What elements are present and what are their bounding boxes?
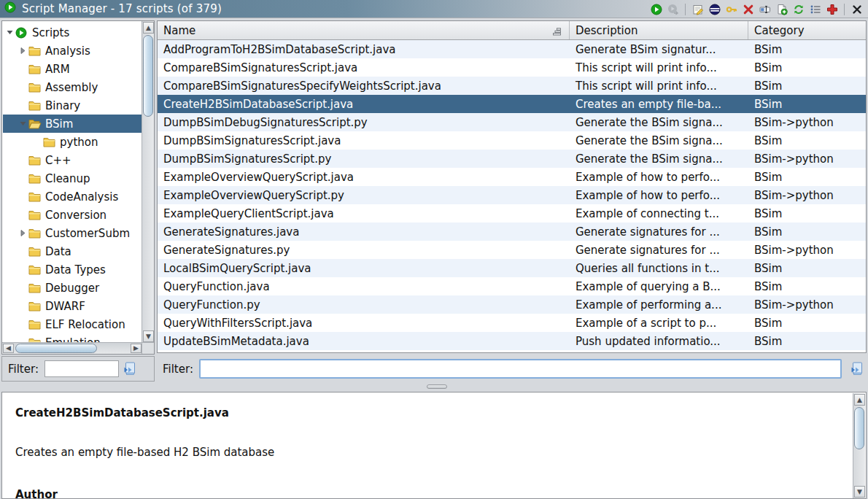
tree-node-customersubm[interactable]: CustomerSubm: [3, 224, 142, 242]
tree-node-binary[interactable]: Binary: [3, 96, 142, 115]
column-header-category[interactable]: Category: [748, 21, 866, 39]
scroll-right-arrow-icon[interactable]: ▶: [131, 344, 142, 353]
scroll-up-arrow-icon[interactable]: ▲: [854, 394, 865, 406]
scroll-left-arrow-icon[interactable]: ◀: [3, 344, 14, 353]
add-script-dir-icon[interactable]: [824, 1, 840, 17]
scroll-up-arrow-icon[interactable]: ▲: [143, 22, 154, 34]
expand-arrow-icon[interactable]: [18, 229, 28, 237]
table-row[interactable]: QueryFunction.javaExample of querying a …: [158, 277, 866, 295]
cell-name: ExampleQueryClientScript.java: [158, 207, 570, 220]
tree-node-c-[interactable]: C++: [3, 151, 142, 169]
scroll-down-arrow-icon[interactable]: ▼: [143, 330, 154, 342]
tree-node-emulation[interactable]: Emulation: [3, 333, 142, 342]
tree-node-python[interactable]: python: [3, 133, 142, 151]
script-manager-window: Script Manager - 17 scripts (of 379) Scr…: [0, 0, 868, 499]
cell-name: QueryFunction.java: [158, 280, 570, 293]
cell-name: QueryWithFiltersScript.java: [158, 317, 570, 330]
table-row[interactable]: ExampleOverviewQueryScript.pyExample of …: [158, 186, 866, 204]
table-row[interactable]: DumpBSimDebugSignaturesScript.pyGenerate…: [158, 113, 866, 131]
tree-node-scripts[interactable]: Scripts: [3, 23, 142, 42]
table-row[interactable]: QueryWithFiltersScript.javaExample of a …: [158, 314, 866, 332]
tree-node-label: Binary: [45, 99, 80, 112]
tree-node-debugger[interactable]: Debugger: [3, 279, 142, 297]
table-row[interactable]: CompareBSimSignaturesScript.javaThis scr…: [158, 58, 866, 77]
tree-node-codeanalysis[interactable]: CodeAnalysis: [3, 187, 142, 206]
table-row[interactable]: GenerateSignatures.pyGenerate signatures…: [158, 241, 866, 259]
tree-node-dwarf[interactable]: DWARF: [3, 297, 142, 315]
table-row[interactable]: QueryFunction.pyExample of performing a.…: [158, 295, 866, 314]
cell-category: BSim: [748, 225, 866, 239]
run-script-icon[interactable]: [648, 1, 664, 17]
cell-name: LocalBSimQueryScript.java: [158, 262, 570, 275]
tree-node-label: python: [60, 136, 98, 149]
tree-vscroll-thumb[interactable]: [143, 35, 153, 117]
table-row[interactable]: LocalBSimQueryScript.javaQueries all fun…: [158, 259, 866, 277]
tree-hscroll-thumb[interactable]: [15, 344, 97, 353]
tree-vertical-scrollbar[interactable]: ▲ ▼: [142, 21, 154, 343]
description-vscroll-thumb[interactable]: [854, 407, 864, 449]
tree-node-assembly[interactable]: Assembly: [3, 78, 142, 96]
tree-filter-input[interactable]: [44, 360, 119, 377]
column-header-name[interactable]: Name: [158, 21, 570, 39]
collapse-arrow-icon[interactable]: [4, 28, 15, 36]
cell-description: Example of how to perfo...: [570, 171, 748, 184]
collapse-arrow-icon[interactable]: [18, 120, 28, 128]
splitter-handle[interactable]: [427, 384, 447, 389]
script-tree-panel: ScriptsAnalysisARMAssemblyBinaryBSimpyth…: [1, 20, 155, 355]
tree-node-data[interactable]: Data: [3, 242, 142, 260]
table-row[interactable]: UpdateBSimMetadata.javaPush updated info…: [158, 332, 866, 350]
cell-name: DumpBSimDebugSignaturesScript.py: [158, 116, 570, 129]
tree-node-arm[interactable]: ARM: [3, 60, 142, 78]
table-row[interactable]: CompareBSimSignaturesSpecifyWeightsScrip…: [158, 77, 866, 95]
scroll-down-arrow-icon[interactable]: ▼: [854, 486, 865, 498]
description-vertical-scrollbar[interactable]: ▲ ▼: [853, 393, 865, 498]
table-filter-bar: Filter:: [157, 356, 867, 382]
cell-name: GenerateSignatures.py: [158, 244, 570, 257]
tree-horizontal-scrollbar[interactable]: ◀ ▶: [2, 342, 142, 354]
table-filter-input[interactable]: [199, 359, 842, 379]
table-row[interactable]: CreateH2BSimDatabaseScript.javaCreates a…: [158, 95, 866, 113]
table-row[interactable]: DumpBSimSignaturesScript.javaGenerate th…: [158, 131, 866, 150]
tree-node-label: DWARF: [45, 300, 85, 313]
folder-icon: [28, 64, 42, 74]
cell-name: UpdateBSimMetadata.java: [158, 335, 570, 348]
table-row[interactable]: GenerateSignatures.javaGenerate signatur…: [158, 223, 866, 241]
table-row[interactable]: ExampleOverviewQueryScript.javaExample o…: [158, 168, 866, 186]
horizontal-splitter[interactable]: [0, 382, 868, 392]
table-row[interactable]: AddProgramToH2BSimDatabaseScript.javaGen…: [158, 40, 866, 58]
delete-script-icon[interactable]: [740, 1, 756, 17]
new-script-icon[interactable]: [773, 1, 790, 17]
column-header-description[interactable]: Description: [570, 21, 748, 39]
cell-description: This script will print info...: [570, 80, 748, 93]
tree-node-bsim[interactable]: BSim: [3, 115, 142, 133]
rerun-last-script-icon: [664, 1, 681, 17]
keybinding-icon[interactable]: [723, 1, 740, 17]
edit-script-icon[interactable]: [689, 1, 706, 17]
rename-script-icon[interactable]: [756, 1, 773, 17]
cell-description: Example of connecting t...: [570, 207, 748, 220]
filter-options-icon[interactable]: [850, 362, 864, 376]
eclipse-icon[interactable]: [706, 1, 723, 17]
tree-node-analysis[interactable]: Analysis: [3, 42, 142, 60]
expand-arrow-icon[interactable]: [18, 47, 28, 55]
script-list-icon[interactable]: [807, 1, 824, 17]
tree-node-elf-relocation[interactable]: ELF Relocation: [3, 315, 142, 333]
script-manager-icon: [4, 1, 16, 16]
filter-options-icon[interactable]: [123, 362, 136, 376]
tree-node-cleanup[interactable]: Cleanup: [3, 169, 142, 187]
table-row[interactable]: DumpBSimSignaturesScript.pyGenerate the …: [158, 150, 866, 168]
cell-description: Example of performing a...: [570, 298, 748, 312]
cell-category: BSim: [748, 80, 866, 93]
cell-category: BSim: [748, 98, 866, 111]
tree-node-label: C++: [45, 154, 71, 167]
cell-category: BSim->python: [748, 244, 866, 257]
script-description-content: CreateH2BSimDatabaseScript.java Creates …: [2, 392, 853, 498]
refresh-icon[interactable]: [790, 1, 807, 17]
tree-node-conversion[interactable]: Conversion: [3, 206, 142, 224]
toolbar: [648, 0, 865, 18]
cell-name: AddProgramToH2BSimDatabaseScript.java: [158, 43, 570, 56]
close-icon[interactable]: [848, 1, 865, 17]
cell-description: Generate signatures for ...: [570, 244, 748, 257]
table-row[interactable]: ExampleQueryClientScript.javaExample of …: [158, 204, 866, 223]
tree-node-data-types[interactable]: Data Types: [3, 260, 142, 279]
